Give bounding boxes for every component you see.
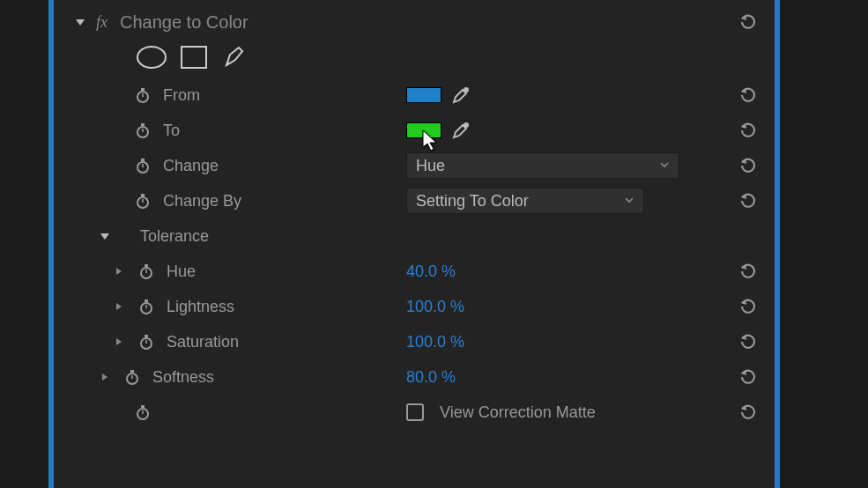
svg-rect-21 <box>145 335 148 337</box>
reset-button[interactable] <box>738 120 759 141</box>
stopwatch-icon[interactable] <box>137 297 156 316</box>
effect-controls-panel: fx Change to Color From <box>48 0 780 488</box>
reset-button[interactable] <box>738 366 759 388</box>
mask-shapes-row <box>54 37 775 78</box>
eyedropper-icon[interactable] <box>450 120 471 141</box>
change-by-row: Change By Setting To Color <box>54 183 775 218</box>
softness-twirl-icon[interactable] <box>96 372 114 382</box>
saturation-value[interactable]: 100.0 % <box>406 333 464 351</box>
change-row: Change Hue <box>54 148 775 183</box>
effect-title: Change to Color <box>120 12 249 33</box>
pen-mask-button[interactable] <box>221 44 248 70</box>
reset-button[interactable] <box>738 85 759 106</box>
stopwatch-icon[interactable] <box>137 332 156 351</box>
svg-rect-24 <box>130 370 134 373</box>
hue-twirl-icon[interactable] <box>110 266 128 277</box>
from-row: From <box>54 78 775 113</box>
ellipse-mask-button[interactable] <box>137 46 167 69</box>
stopwatch-icon[interactable] <box>133 121 152 140</box>
chevron-down-icon <box>624 195 634 208</box>
svg-rect-9 <box>141 159 145 161</box>
effect-twirl-icon[interactable] <box>71 16 89 28</box>
hue-row: Hue 40.0 % <box>54 254 775 289</box>
change-dropdown-value: Hue <box>416 157 445 175</box>
reset-button[interactable] <box>738 261 759 282</box>
eyedropper-icon[interactable] <box>450 85 471 106</box>
stopwatch-icon[interactable] <box>133 156 152 175</box>
change-by-dropdown[interactable]: Setting To Color <box>406 188 644 214</box>
reset-button[interactable] <box>738 190 759 211</box>
reset-button[interactable] <box>738 331 759 352</box>
softness-value[interactable]: 80.0 % <box>406 368 456 387</box>
reset-button[interactable] <box>738 296 759 317</box>
rectangle-mask-button[interactable] <box>181 46 207 69</box>
svg-rect-5 <box>141 123 145 126</box>
softness-row: Softness 80.0 % <box>54 359 775 395</box>
from-color-swatch[interactable] <box>406 87 441 103</box>
svg-rect-12 <box>141 194 145 196</box>
reset-button[interactable] <box>738 155 759 176</box>
svg-rect-27 <box>141 405 145 408</box>
to-label: To <box>163 122 180 140</box>
tolerance-twirl-icon[interactable] <box>96 230 114 242</box>
svg-rect-1 <box>141 88 145 91</box>
lightness-value[interactable]: 100.0 % <box>406 298 464 316</box>
change-dropdown[interactable]: Hue <box>406 152 679 179</box>
effect-header-row: fx Change to Color <box>54 0 775 37</box>
saturation-label: Saturation <box>167 333 239 351</box>
stopwatch-icon[interactable] <box>122 367 142 387</box>
softness-label: Softness <box>152 368 214 387</box>
chevron-down-icon <box>659 159 670 173</box>
saturation-twirl-icon[interactable] <box>110 336 128 347</box>
stopwatch-icon[interactable] <box>133 191 152 211</box>
lightness-twirl-icon[interactable] <box>110 301 128 312</box>
lightness-row: Lightness 100.0 % <box>54 289 775 324</box>
saturation-row: Saturation 100.0 % <box>54 324 775 359</box>
view-matte-label: View Correction Matte <box>440 403 596 422</box>
stopwatch-icon[interactable] <box>137 262 156 281</box>
change-by-label: Change By <box>163 192 241 211</box>
fx-badge-icon[interactable]: fx <box>96 13 108 32</box>
effect-reset-button[interactable] <box>738 11 759 33</box>
to-row: To <box>54 113 775 148</box>
stopwatch-icon[interactable] <box>133 85 152 105</box>
hue-value[interactable]: 40.0 % <box>406 262 456 281</box>
hue-label: Hue <box>167 262 196 281</box>
svg-point-7 <box>464 122 469 128</box>
tolerance-label: Tolerance <box>114 227 209 246</box>
view-matte-checkbox[interactable] <box>406 403 424 421</box>
to-color-swatch[interactable] <box>406 122 441 138</box>
change-label: Change <box>163 157 219 175</box>
svg-point-3 <box>464 87 469 92</box>
svg-rect-18 <box>145 299 148 302</box>
view-matte-row: View Correction Matte <box>54 395 775 430</box>
reset-button[interactable] <box>738 402 759 423</box>
stopwatch-icon[interactable] <box>133 403 152 422</box>
lightness-label: Lightness <box>167 298 234 316</box>
svg-rect-15 <box>145 264 148 267</box>
tolerance-row: Tolerance <box>54 218 775 254</box>
from-label: From <box>163 86 200 105</box>
change-by-dropdown-value: Setting To Color <box>416 192 529 211</box>
